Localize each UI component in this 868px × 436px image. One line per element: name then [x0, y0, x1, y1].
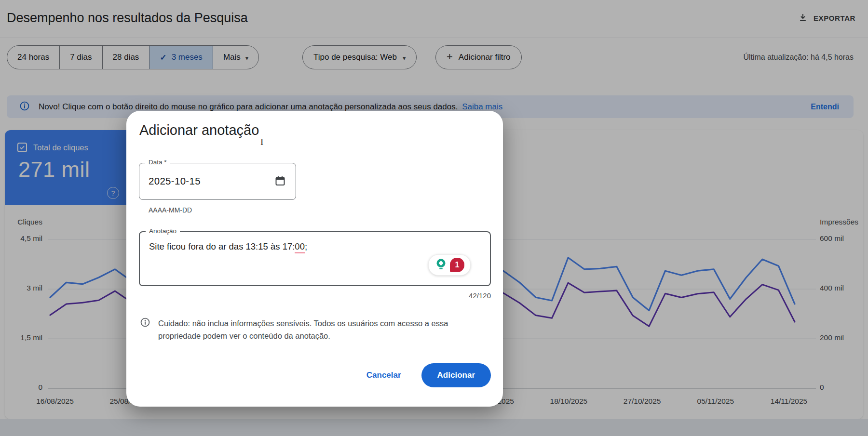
- date-format-helper: AAAA-MM-DD: [149, 206, 192, 214]
- grammar-checker-widget[interactable]: 1: [428, 254, 471, 276]
- sensitive-info-warning: Cuidado: não inclua informações sensívei…: [140, 317, 452, 342]
- add-annotation-dialog: Adicionar anotação I Data * 2025-10-15 A…: [126, 111, 503, 407]
- add-annotation-button[interactable]: Adicionar: [421, 363, 491, 387]
- annotation-text-before: Site ficou fora do ar das 13:15 às 17:: [149, 241, 295, 251]
- annotation-text: Site ficou fora do ar das 13:15 às 17:00…: [149, 241, 307, 252]
- dialog-title: Adicionar anotação: [139, 122, 259, 138]
- annotation-textarea[interactable]: Anotação Site ficou fora do ar das 13:15…: [139, 231, 491, 286]
- search-console-performance-page: Desempenho nos resultados da Pesquisa EX…: [0, 0, 868, 436]
- info-icon: [140, 317, 150, 342]
- error-count-badge: 1: [450, 258, 464, 272]
- character-counter: 42/120: [469, 291, 491, 300]
- misspelled-word: 00: [295, 241, 305, 253]
- lightbulb-icon: [434, 258, 448, 273]
- date-field-label: Data *: [145, 159, 170, 166]
- warning-text: Cuidado: não inclua informações sensívei…: [158, 317, 452, 342]
- dialog-actions: Cancelar Adicionar: [365, 363, 491, 387]
- annotation-text-after: ;: [305, 241, 307, 251]
- date-field-value: 2025-10-15: [149, 175, 201, 187]
- text-cursor-icon: I: [260, 137, 263, 147]
- date-input[interactable]: Data * 2025-10-15: [139, 163, 296, 200]
- cancel-button[interactable]: Cancelar: [365, 367, 403, 384]
- calendar-icon[interactable]: [274, 175, 286, 188]
- annotation-field-label: Anotação: [146, 227, 180, 235]
